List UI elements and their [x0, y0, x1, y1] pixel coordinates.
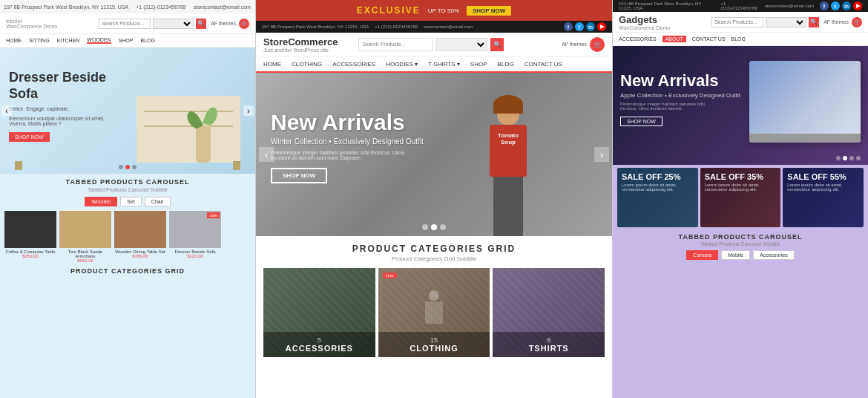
center-hero-content: New Arrivals Winter Collection • Exclusi…	[271, 110, 424, 183]
clothing-live-badge: Live	[383, 273, 397, 278]
center-banner: EXCLUSIVE UP TO 50% SHOP NOW	[256, 0, 612, 21]
right-search-button[interactable]: 🔍	[809, 17, 819, 27]
left-tab-chair[interactable]: Chair	[145, 197, 171, 206]
right-facebook-icon[interactable]: f	[820, 1, 829, 10]
twitter-icon[interactable]: t	[575, 22, 584, 31]
center-categories-title: PRODUCT CATEGORIES GRID	[256, 236, 612, 255]
figure-head	[497, 99, 519, 125]
right-nav-accessories[interactable]: ACCESSORIES	[619, 36, 657, 42]
right-panel: 101×86 Prospect Park West Brooklyn, NY 1…	[612, 0, 868, 398]
right-nav-about[interactable]: ABOUT	[662, 36, 686, 42]
center-hero-shopnow-button[interactable]: SHOP NOW	[271, 168, 327, 183]
center-banner-shopnow-button[interactable]: SHOP NOW	[467, 6, 511, 16]
facebook-icon[interactable]: f	[564, 22, 573, 31]
right-social-links: f t in ▶	[820, 1, 862, 10]
left-dot-3[interactable]	[132, 165, 137, 169]
left-dot-1[interactable]	[119, 165, 123, 169]
right-dot-3[interactable]	[849, 156, 854, 160]
left-hero-prev-button[interactable]: ‹	[1, 105, 12, 116]
left-tab-wooden[interactable]: Wooden	[85, 197, 117, 206]
right-dot-1[interactable]	[836, 156, 841, 160]
left-product-3-img	[114, 211, 166, 248]
left-bottom-title: PRODUCT CATEGORIES GRID	[0, 264, 255, 276]
right-search-input[interactable]	[711, 17, 763, 27]
left-nav-blog[interactable]: BLOG	[140, 38, 154, 43]
left-hero-subtitle: Entice. Engage. captivate.	[9, 106, 106, 111]
left-hero-dots	[119, 165, 137, 169]
left-hero-shopnow-button[interactable]: SHOP NOW	[9, 132, 50, 142]
right-device-base	[749, 134, 861, 143]
center-category-clothing[interactable]: Live 15 CLOTHING	[378, 268, 490, 357]
right-device-screen	[749, 61, 861, 143]
left-nav-wooden[interactable]: WOODEN	[87, 37, 111, 44]
center-category-accessories[interactable]: 5 ACCESSORIES	[263, 268, 375, 357]
center-hero-prev-button[interactable]: ‹	[259, 147, 274, 162]
center-nav: HOME CLOTHING ACCESSORIES HOODIES ▾ T-SH…	[256, 56, 612, 73]
left-tab-set[interactable]: Set	[120, 197, 142, 206]
left-nav-sitting[interactable]: SITTING	[29, 38, 50, 43]
left-user-area: AF themes 🛒	[211, 19, 249, 29]
clothing-count: 15	[383, 336, 486, 344]
left-nav-home[interactable]: HOME	[6, 38, 22, 43]
right-nav-contact[interactable]: CONTACT US	[692, 36, 726, 42]
right-tab-mobile[interactable]: Mobile	[721, 250, 750, 260]
left-cart-icon[interactable]: 🛒	[239, 19, 249, 29]
left-product-3-price: $780.00	[114, 254, 166, 258]
right-sale-item-3[interactable]: SALE OFF 55% Lorem ipsum dolor sit amet,…	[783, 168, 864, 227]
center-search-button[interactable]: 🔍	[490, 38, 504, 51]
right-tabbed-title: TABBED PRODUCTS CAROUSEL	[613, 230, 868, 241]
left-product-2-img	[59, 211, 111, 248]
left-search-button[interactable]: 🔍	[196, 19, 206, 29]
right-dot-4[interactable]	[856, 156, 861, 160]
left-dresser	[137, 96, 240, 163]
center-dot-3[interactable]	[440, 224, 446, 230]
youtube-icon[interactable]: ▶	[597, 22, 606, 31]
right-hero-shopnow-button[interactable]: SHOP NOW	[620, 117, 662, 126]
left-email: storecontact@email.com	[194, 4, 251, 10]
center-panel: EXCLUSIVE UP TO 50% SHOP NOW 197 8B Pros…	[256, 0, 612, 398]
center-hero-figure	[464, 88, 553, 236]
right-hero-title: New Arrivals	[620, 72, 740, 90]
center-dot-1[interactable]	[422, 224, 428, 230]
left-tabs: Wooden Set Chair	[0, 195, 255, 209]
center-nav-tshirts[interactable]: T-SHIRTS ▾	[428, 61, 460, 68]
right-dot-2[interactable]	[843, 156, 847, 160]
left-nav-kitchen[interactable]: KITCHEN	[57, 38, 80, 43]
silhouette-head	[429, 290, 439, 301]
right-category-select[interactable]	[766, 17, 806, 27]
left-category-select[interactable]	[153, 19, 194, 29]
center-nav-accessories[interactable]: ACCESSORIES	[332, 61, 375, 68]
right-youtube-icon[interactable]: ▶	[853, 1, 862, 10]
center-nav-contact[interactable]: CONTACT US	[525, 61, 562, 68]
right-search-bar: 🔍	[711, 17, 819, 27]
figure-torso	[490, 125, 527, 177]
left-dot-2[interactable]	[125, 165, 130, 169]
figure-body	[490, 99, 527, 236]
center-cart-icon[interactable]: 🛒	[590, 37, 605, 52]
center-dot-2[interactable]	[431, 224, 437, 230]
center-nav-blog[interactable]: BLOG	[497, 61, 513, 68]
right-cart-icon[interactable]: 🛒	[852, 17, 862, 27]
right-tabs: Camera Mobile Accessories	[613, 249, 868, 263]
center-nav-shop[interactable]: SHOP	[470, 61, 487, 68]
left-hero-next-button[interactable]: ›	[243, 105, 254, 116]
right-tab-camera[interactable]: Camera	[686, 250, 718, 260]
center-hero-next-button[interactable]: ›	[594, 147, 609, 162]
right-linkedin-icon[interactable]: in	[842, 1, 851, 10]
right-sale-item-1[interactable]: SALE OFF 25% Lorem ipsum dolor sit amet,…	[617, 168, 698, 227]
center-nav-hoodies[interactable]: HOODIES ▾	[386, 61, 418, 68]
right-twitter-icon[interactable]: t	[831, 1, 840, 10]
center-search-input[interactable]	[358, 38, 433, 51]
center-category-tshirts[interactable]: 6 TSHIRTS	[493, 268, 605, 357]
linkedin-icon[interactable]: in	[586, 22, 595, 31]
left-nav-shop[interactable]: SHOP	[119, 38, 134, 43]
right-tab-accessories[interactable]: Accessories	[753, 250, 795, 260]
right-logo: Gadgets WooCommerce Demo	[619, 14, 670, 30]
left-search-input[interactable]	[99, 19, 151, 29]
right-sale-item-2[interactable]: SALE OFF 35% Lorem ipsum dolor sit amet,…	[700, 168, 781, 227]
left-product-4-img: sale	[169, 211, 221, 248]
center-nav-home[interactable]: HOME	[263, 61, 281, 68]
right-nav-blog[interactable]: BLOG	[731, 36, 746, 42]
center-category-select[interactable]	[435, 38, 487, 51]
center-nav-clothing[interactable]: CLOTHING	[292, 61, 322, 68]
